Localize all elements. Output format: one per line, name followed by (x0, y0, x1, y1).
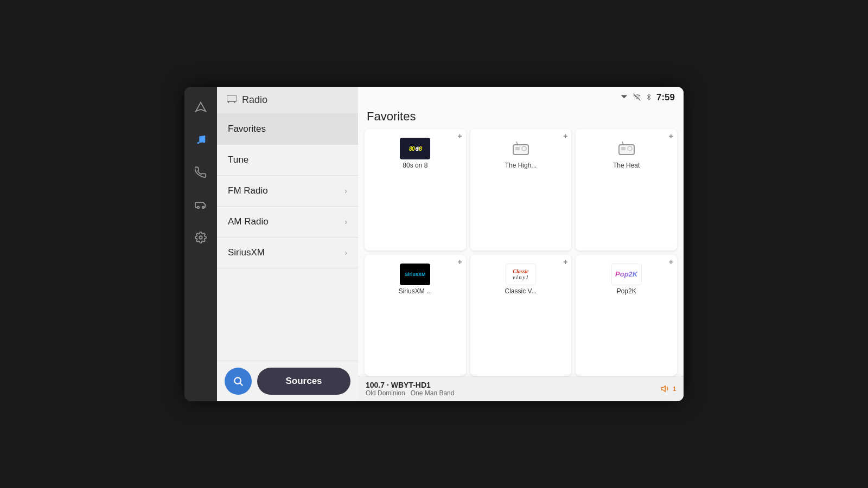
card-label-the-heat: The Heat (613, 162, 640, 169)
radio-back-icon (227, 95, 237, 105)
favorite-card-the-heat[interactable]: + The Heat (576, 129, 677, 251)
sidebar (184, 87, 217, 401)
status-bar: 7:59 (358, 87, 684, 108)
sidebar-icon-car[interactable] (191, 195, 210, 215)
card-label-pop2k: Pop2K (617, 287, 636, 295)
now-playing-artist: Old Dominion (366, 389, 405, 397)
menu-bottom-bar: Sources (217, 361, 358, 401)
card-label-the-high: The High... (505, 162, 537, 169)
search-button[interactable] (225, 368, 252, 395)
status-time: 7:59 (656, 92, 675, 103)
logo-80s-on-8: 80⊕8 (400, 138, 430, 159)
logo-the-heat (611, 138, 642, 159)
svg-rect-2 (227, 95, 237, 101)
favorite-card-the-high[interactable]: + The High... (470, 129, 572, 251)
siriusxm-arrow-icon: › (344, 248, 347, 257)
menu-item-am-radio[interactable]: AM Radio › (217, 207, 358, 237)
menu-panel: Radio Favorites Tune FM Radio › AM Radio… (217, 87, 358, 401)
sidebar-icon-navigation[interactable] (191, 98, 210, 117)
am-radio-arrow-icon: › (344, 217, 347, 226)
logo-siriusxm: SiriusXM (400, 264, 430, 285)
add-favorite-classic-icon[interactable]: + (563, 258, 567, 266)
menu-items-list: Favorites Tune FM Radio › AM Radio › Sir… (217, 114, 358, 361)
svg-rect-9 (515, 147, 520, 150)
menu-item-tune[interactable]: Tune (217, 145, 358, 176)
svg-line-4 (234, 101, 235, 103)
favorite-card-80s-on-8[interactable]: + 80⊕8 80s on 8 (365, 129, 466, 251)
now-playing-station: 100.7 · WBYT-HD1 (366, 381, 454, 389)
svg-marker-16 (661, 386, 665, 392)
add-favorite-80s-icon[interactable]: + (457, 132, 462, 140)
bluetooth-icon (646, 93, 652, 102)
add-favorite-heat-icon[interactable]: + (669, 132, 673, 140)
favorite-card-classic-vinyl[interactable]: + Classicvinyl Classic V... (470, 255, 572, 376)
menu-item-am-radio-label: AM Radio (228, 216, 269, 227)
sidebar-icon-phone[interactable] (191, 163, 210, 182)
menu-item-tune-label: Tune (228, 155, 248, 165)
menu-header: Radio (217, 87, 358, 114)
card-label-80s-on-8: 80s on 8 (403, 162, 427, 169)
wifi-off-icon (633, 93, 641, 102)
card-label-siriusxm: SiriusXM ... (399, 287, 432, 295)
logo-the-high (506, 138, 536, 159)
menu-item-siriusxm-label: SiriusXM (228, 247, 265, 258)
add-favorite-high-icon[interactable]: + (563, 132, 567, 140)
sidebar-icon-music[interactable] (191, 130, 210, 150)
favorites-grid: + 80⊕8 80s on 8 + (358, 129, 684, 376)
now-playing-info: 100.7 · WBYT-HD1 Old Dominion One Man Ba… (366, 381, 454, 397)
now-playing-song: One Man Band (411, 389, 455, 397)
now-playing-bar: 100.7 · WBYT-HD1 Old Dominion One Man Ba… (358, 376, 684, 401)
main-content: Radio Favorites Tune FM Radio › AM Radio… (217, 87, 684, 401)
now-playing-track: Old Dominion One Man Band (366, 389, 454, 397)
favorite-card-pop2k[interactable]: + Pop2K Pop2K (576, 255, 677, 376)
sidebar-icon-settings[interactable] (191, 228, 210, 247)
status-icons-group: 7:59 (621, 92, 675, 103)
menu-item-fm-radio[interactable]: FM Radio › (217, 176, 358, 207)
audio-indicator: 1 (673, 386, 676, 392)
car-infotainment-screen: Radio Favorites Tune FM Radio › AM Radio… (184, 87, 684, 401)
svg-point-5 (234, 377, 241, 384)
svg-rect-13 (621, 147, 626, 150)
menu-title: Radio (242, 94, 267, 106)
svg-line-3 (228, 101, 229, 103)
logo-pop2k: Pop2K (611, 264, 642, 285)
sources-button[interactable]: Sources (257, 368, 350, 395)
now-playing-speaker-icon: 1 (661, 384, 676, 394)
menu-item-favorites[interactable]: Favorites (217, 114, 358, 145)
favorites-section-title: Favorites (358, 108, 684, 129)
add-favorite-siriusxm-icon[interactable]: + (457, 258, 462, 266)
favorites-panel: 7:59 Favorites + 80⊕8 80s on 8 + (358, 87, 684, 401)
menu-item-fm-radio-label: FM Radio (228, 185, 268, 196)
favorite-card-siriusxm[interactable]: + SiriusXM SiriusXM ... (365, 255, 466, 376)
menu-item-siriusxm[interactable]: SiriusXM › (217, 237, 358, 268)
svg-point-1 (199, 236, 202, 239)
signal-icon (621, 93, 628, 102)
add-favorite-pop2k-icon[interactable]: + (669, 258, 673, 266)
logo-classic-vinyl: Classicvinyl (506, 264, 536, 285)
svg-marker-0 (196, 102, 206, 112)
svg-line-6 (240, 383, 243, 386)
card-label-classic-vinyl: Classic V... (505, 287, 537, 295)
fm-radio-arrow-icon: › (344, 187, 347, 195)
menu-item-favorites-label: Favorites (228, 124, 266, 134)
